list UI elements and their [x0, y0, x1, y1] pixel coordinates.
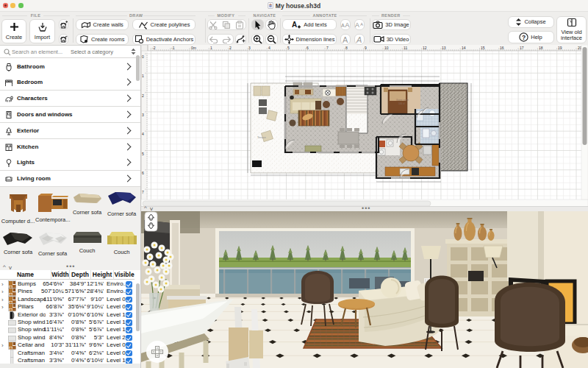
svg-text:0: 0 [142, 54, 144, 59]
svg-text:166 sf: 166 sf [398, 102, 405, 105]
svg-text:16: 16 [500, 46, 504, 50]
svg-text:5: 5 [142, 152, 144, 156]
svg-text:2: 2 [142, 93, 144, 98]
svg-text:A: A [356, 35, 362, 43]
svg-text:3: 3 [142, 113, 144, 117]
svg-text:-2: -2 [152, 46, 156, 50]
svg-text:8: 8 [345, 46, 348, 50]
svg-text:6: 6 [142, 171, 144, 175]
svg-text:1: 1 [142, 74, 144, 78]
svg-text:17: 17 [520, 46, 524, 50]
svg-text:4: 4 [142, 132, 144, 136]
svg-text:10: 10 [384, 46, 389, 50]
svg-text:Terrace: Terrace [257, 136, 266, 139]
svg-text:A: A [360, 22, 363, 26]
svg-text:13: 13 [442, 46, 446, 50]
svg-text:Guest room: Guest room [396, 99, 409, 102]
svg-text:7: 7 [142, 190, 144, 194]
svg-text:A: A [355, 21, 359, 29]
svg-text:14: 14 [462, 46, 466, 50]
svg-text:A: A [341, 22, 345, 29]
svg-text:15: 15 [481, 46, 485, 50]
svg-text:4: 4 [268, 46, 270, 50]
svg-text:3: 3 [248, 46, 251, 50]
svg-text:-1: -1 [171, 46, 175, 50]
svg-text:2: 2 [229, 46, 232, 50]
svg-text:A: A [292, 21, 297, 29]
svg-text:19: 19 [558, 46, 562, 50]
svg-text:5: 5 [287, 46, 290, 50]
svg-text:0m: 0m [191, 46, 196, 50]
svg-text:?: ? [522, 33, 526, 40]
svg-text:18: 18 [539, 46, 543, 50]
svg-text:7: 7 [326, 46, 329, 50]
svg-text:A: A [343, 35, 348, 43]
svg-text:9: 9 [365, 46, 367, 50]
svg-text:1: 1 [210, 46, 212, 50]
svg-text:11: 11 [404, 46, 407, 50]
svg-text:A: A [345, 21, 349, 29]
svg-text:12: 12 [423, 46, 427, 50]
svg-text:6: 6 [306, 46, 309, 50]
